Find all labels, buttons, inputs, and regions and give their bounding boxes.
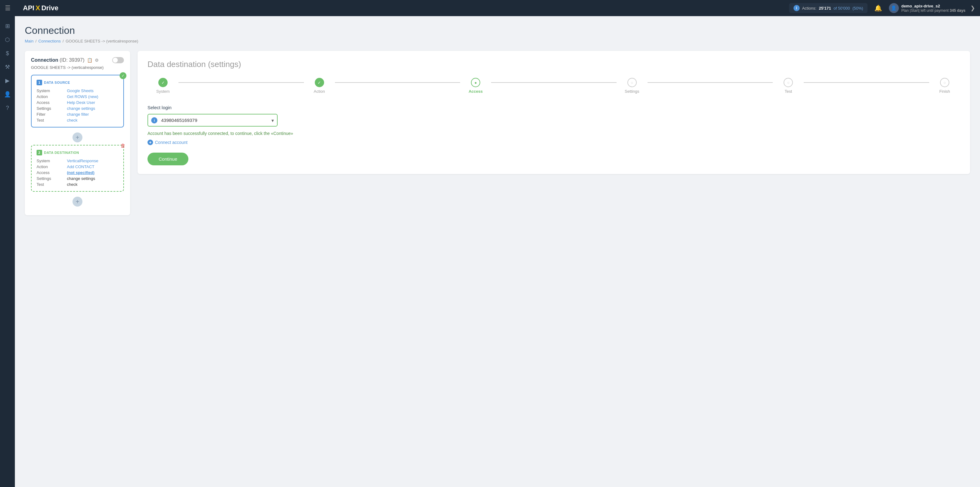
sidebar-item-media[interactable]: ▶ xyxy=(1,75,14,87)
panel-title-sub: (settings) xyxy=(208,59,241,69)
left-panel: Connection (ID: 39397) 📋 ⚙ GOOGLE SHEETS… xyxy=(25,51,130,215)
connect-account-label: Connect account xyxy=(155,140,188,145)
dest-row-system-label: System xyxy=(37,158,64,163)
step-system: ✓ System xyxy=(148,78,178,94)
steps-bar: ✓ System ✓ Action ● Access ○ Settings xyxy=(148,78,960,94)
actions-label: Actions: xyxy=(802,6,816,11)
step-finish-circle: ○ xyxy=(940,78,949,87)
step-line-2 xyxy=(335,82,460,83)
sidebar-item-account[interactable]: 👤 xyxy=(1,88,14,101)
user-plan: Plan |Start| left until payment 345 days xyxy=(901,8,966,13)
source-row-access-label: Access xyxy=(37,100,64,105)
user-name: demo_apix-drive_s2 xyxy=(901,4,966,8)
dest-row-action-value[interactable]: Add CONTACT xyxy=(67,164,118,169)
bell-button[interactable]: 🔔 xyxy=(871,3,885,13)
step-test: ○ Test xyxy=(773,78,804,94)
source-row-test-value[interactable]: check xyxy=(67,118,118,123)
select-wrapper: i 43980465169379 ▾ xyxy=(148,114,278,126)
topbar: ☰ APIXDrive i Actions: 25'171 of 50'000 … xyxy=(0,0,980,16)
dest-row-test-label: Test xyxy=(37,182,64,187)
settings-icon[interactable]: ⚙ xyxy=(95,58,99,63)
step-line-1 xyxy=(178,82,304,83)
actions-count: 25'171 xyxy=(819,6,831,11)
hamburger-icon[interactable]: ☰ xyxy=(5,4,11,12)
actions-pct: (50%) xyxy=(852,6,863,11)
step-test-label: Test xyxy=(784,89,792,94)
user-details: demo_apix-drive_s2 Plan |Start| left unt… xyxy=(901,4,966,13)
login-select[interactable]: 43980465169379 xyxy=(148,114,278,126)
source-row-access-value[interactable]: Help Desk User xyxy=(67,100,118,105)
dest-row-action-label: Action xyxy=(37,164,64,169)
add-bottom-button[interactable]: + xyxy=(73,196,83,207)
breadcrumb: Main / Connections / GOOGLE SHEETS -> (v… xyxy=(25,39,970,43)
toggle-switch[interactable] xyxy=(112,57,124,63)
actions-badge: i Actions: 25'171 of 50'000 (50%) xyxy=(789,3,867,13)
add-between-button[interactable]: + xyxy=(73,133,83,142)
form-label: Select login xyxy=(148,105,960,110)
step-line-3 xyxy=(491,82,617,83)
right-panel: Data destination (settings) ✓ System ✓ A… xyxy=(138,51,970,174)
step-line-5 xyxy=(804,82,929,83)
sidebar-item-dashboard[interactable]: ⊞ xyxy=(1,20,14,32)
topbar-chevron-icon[interactable]: ❯ xyxy=(970,5,975,11)
breadcrumb-sep2: / xyxy=(63,39,64,43)
breadcrumb-current: GOOGLE SHEETS -> (verticalresponse) xyxy=(66,39,138,43)
step-system-label: System xyxy=(156,89,169,94)
dest-row-system-value[interactable]: VerticalResponse xyxy=(67,158,118,163)
step-access-circle: ● xyxy=(471,78,480,87)
connection-header: Connection (ID: 39397) 📋 ⚙ xyxy=(31,57,124,63)
source-row-settings-label: Settings xyxy=(37,106,64,111)
user-info: 👤 demo_apix-drive_s2 Plan |Start| left u… xyxy=(889,3,975,13)
step-test-circle: ○ xyxy=(784,78,793,87)
connect-account-link[interactable]: + Connect account xyxy=(148,140,960,145)
source-row-system-label: System xyxy=(37,88,64,93)
step-action-circle: ✓ xyxy=(315,78,324,87)
step-access-label: Access xyxy=(468,89,483,94)
source-info-rows: System Google Sheets Action Get ROWS (ne… xyxy=(37,88,118,123)
avatar: 👤 xyxy=(889,3,899,13)
step-finish-label: Finish xyxy=(939,89,950,94)
destination-info-rows: System VerticalResponse Action Add CONTA… xyxy=(37,158,118,187)
step-settings: ○ Settings xyxy=(617,78,648,94)
data-source-block: ✓ 1 DATA SOURCE System Google Sheets Act… xyxy=(31,75,124,128)
dest-row-access-value[interactable]: (not specified) xyxy=(67,170,118,175)
source-block-num: 1 xyxy=(37,80,42,85)
step-settings-label: Settings xyxy=(625,89,639,94)
page-title: Connection xyxy=(25,25,970,36)
step-action: ✓ Action xyxy=(304,78,335,94)
sidebar-item-tools[interactable]: ⚒ xyxy=(1,61,14,73)
source-row-system-value[interactable]: Google Sheets xyxy=(67,88,118,93)
step-finish: ○ Finish xyxy=(929,78,960,94)
sidebar-item-connections[interactable]: ⬡ xyxy=(1,34,14,46)
source-block-label: 1 DATA SOURCE xyxy=(37,80,118,85)
logo-text2: Drive xyxy=(41,4,58,12)
info-icon: i xyxy=(794,5,800,11)
source-row-action-label: Action xyxy=(37,94,64,99)
source-row-filter-label: Filter xyxy=(37,112,64,117)
source-row-filter-value[interactable]: change filter xyxy=(67,112,118,117)
dest-row-settings-value[interactable]: change settings xyxy=(67,176,118,181)
connection-id: (ID: 39397) xyxy=(59,57,84,63)
destination-block-label: 2 DATA DESTINATION xyxy=(37,150,118,155)
sidebar: ⊞ ⬡ $ ⚒ ▶ 👤 ? xyxy=(0,16,15,487)
logo: APIXDrive xyxy=(23,4,58,12)
content-wrapper: Connection (ID: 39397) 📋 ⚙ GOOGLE SHEETS… xyxy=(25,51,970,215)
destination-block-num: 2 xyxy=(37,150,42,155)
continue-button[interactable]: Continue xyxy=(148,153,188,165)
breadcrumb-connections[interactable]: Connections xyxy=(38,39,61,43)
logo-x: X xyxy=(36,4,40,12)
dest-row-access-label: Access xyxy=(37,170,64,175)
source-row-action-value[interactable]: Get ROWS (new) xyxy=(67,94,118,99)
sidebar-item-billing[interactable]: $ xyxy=(1,47,14,59)
dest-row-settings-label: Settings xyxy=(37,176,64,181)
dest-row-test-value[interactable]: check xyxy=(67,182,118,187)
step-access: ● Access xyxy=(460,78,491,94)
destination-delete-icon[interactable]: 🗑 xyxy=(119,142,126,149)
step-system-circle: ✓ xyxy=(158,78,168,87)
breadcrumb-main[interactable]: Main xyxy=(25,39,33,43)
sidebar-item-help[interactable]: ? xyxy=(1,102,14,114)
step-settings-circle: ○ xyxy=(627,78,637,87)
copy-icon[interactable]: 📋 xyxy=(87,58,92,63)
main-content: Connection Main / Connections / GOOGLE S… xyxy=(15,16,980,487)
source-row-settings-value[interactable]: change settings xyxy=(67,106,118,111)
